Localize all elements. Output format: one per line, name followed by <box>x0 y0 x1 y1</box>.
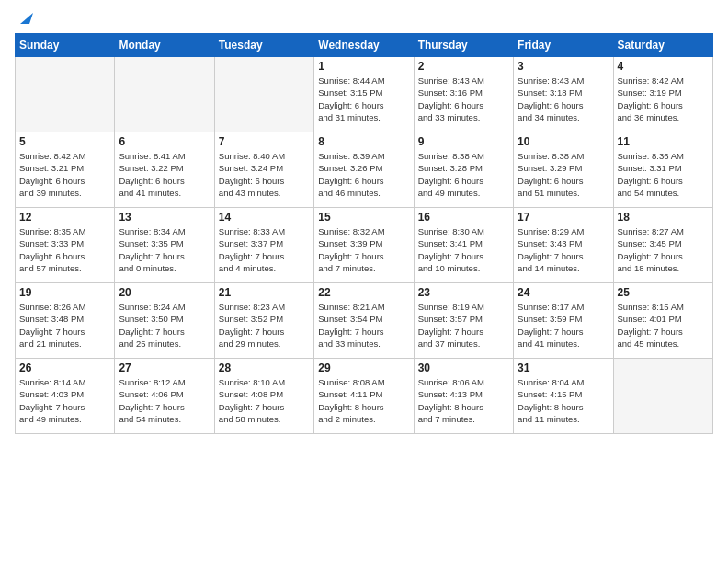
calendar-cell: 3Sunrise: 8:43 AM Sunset: 3:18 PM Daylig… <box>514 57 613 132</box>
calendar-cell: 7Sunrise: 8:40 AM Sunset: 3:24 PM Daylig… <box>214 132 313 208</box>
day-number: 7 <box>219 135 310 148</box>
day-number: 10 <box>518 135 609 148</box>
day-info: Sunrise: 8:24 AM Sunset: 3:50 PM Dayligh… <box>119 301 210 350</box>
calendar-cell: 26Sunrise: 8:14 AM Sunset: 4:03 PM Dayli… <box>16 359 115 434</box>
calendar-cell: 4Sunrise: 8:42 AM Sunset: 3:19 PM Daylig… <box>613 57 712 132</box>
day-info: Sunrise: 8:30 AM Sunset: 3:41 PM Dayligh… <box>418 225 509 274</box>
day-info: Sunrise: 8:39 AM Sunset: 3:26 PM Dayligh… <box>318 150 409 199</box>
day-number: 25 <box>618 286 709 299</box>
calendar-header-row: SundayMondayTuesdayWednesdayThursdayFrid… <box>16 34 713 57</box>
day-number: 4 <box>618 60 709 73</box>
day-info: Sunrise: 8:34 AM Sunset: 3:35 PM Dayligh… <box>119 225 210 274</box>
header <box>15 9 713 26</box>
day-number: 29 <box>318 362 409 374</box>
calendar-cell: 17Sunrise: 8:29 AM Sunset: 3:43 PM Dayli… <box>514 208 613 283</box>
calendar-cell: 29Sunrise: 8:08 AM Sunset: 4:11 PM Dayli… <box>314 359 414 434</box>
calendar-header-thursday: Thursday <box>414 34 513 57</box>
calendar-cell: 11Sunrise: 8:36 AM Sunset: 3:31 PM Dayli… <box>613 132 712 208</box>
calendar-cell: 12Sunrise: 8:35 AM Sunset: 3:33 PM Dayli… <box>16 208 115 283</box>
day-number: 31 <box>518 362 609 374</box>
calendar-cell: 2Sunrise: 8:43 AM Sunset: 3:16 PM Daylig… <box>414 57 513 132</box>
calendar-header-monday: Monday <box>115 34 214 57</box>
calendar-cell <box>613 359 712 434</box>
day-number: 17 <box>518 211 609 224</box>
calendar-cell: 24Sunrise: 8:17 AM Sunset: 3:59 PM Dayli… <box>514 283 613 359</box>
day-number: 28 <box>219 362 310 374</box>
calendar-cell: 5Sunrise: 8:42 AM Sunset: 3:21 PM Daylig… <box>16 132 115 208</box>
logo-icon <box>17 9 33 26</box>
calendar-cell <box>16 57 115 132</box>
calendar-week-row: 1Sunrise: 8:44 AM Sunset: 3:15 PM Daylig… <box>16 57 713 132</box>
day-info: Sunrise: 8:40 AM Sunset: 3:24 PM Dayligh… <box>219 150 310 199</box>
day-number: 14 <box>219 211 310 224</box>
calendar-header-tuesday: Tuesday <box>214 34 313 57</box>
day-number: 21 <box>219 286 310 299</box>
day-info: Sunrise: 8:38 AM Sunset: 3:29 PM Dayligh… <box>518 150 609 199</box>
calendar-cell: 16Sunrise: 8:30 AM Sunset: 3:41 PM Dayli… <box>414 208 513 283</box>
day-info: Sunrise: 8:23 AM Sunset: 3:52 PM Dayligh… <box>219 301 310 350</box>
day-number: 3 <box>518 60 609 73</box>
calendar-cell: 6Sunrise: 8:41 AM Sunset: 3:22 PM Daylig… <box>115 132 214 208</box>
day-number: 19 <box>19 286 110 299</box>
calendar-table: SundayMondayTuesdayWednesdayThursdayFrid… <box>15 33 713 434</box>
day-info: Sunrise: 8:35 AM Sunset: 3:33 PM Dayligh… <box>19 225 110 274</box>
day-info: Sunrise: 8:17 AM Sunset: 3:59 PM Dayligh… <box>518 301 609 350</box>
calendar-cell: 31Sunrise: 8:04 AM Sunset: 4:15 PM Dayli… <box>514 359 613 434</box>
day-info: Sunrise: 8:29 AM Sunset: 3:43 PM Dayligh… <box>518 225 609 274</box>
day-info: Sunrise: 8:10 AM Sunset: 4:08 PM Dayligh… <box>219 376 310 425</box>
day-info: Sunrise: 8:15 AM Sunset: 4:01 PM Dayligh… <box>618 301 709 350</box>
calendar-header-sunday: Sunday <box>16 34 115 57</box>
calendar-week-row: 26Sunrise: 8:14 AM Sunset: 4:03 PM Dayli… <box>16 359 713 434</box>
calendar-cell: 13Sunrise: 8:34 AM Sunset: 3:35 PM Dayli… <box>115 208 214 283</box>
day-number: 11 <box>618 135 709 148</box>
calendar-cell: 10Sunrise: 8:38 AM Sunset: 3:29 PM Dayli… <box>514 132 613 208</box>
day-number: 1 <box>318 60 409 73</box>
calendar-cell: 27Sunrise: 8:12 AM Sunset: 4:06 PM Dayli… <box>115 359 214 434</box>
day-number: 12 <box>19 211 110 224</box>
day-info: Sunrise: 8:14 AM Sunset: 4:03 PM Dayligh… <box>19 376 110 425</box>
calendar-cell: 20Sunrise: 8:24 AM Sunset: 3:50 PM Dayli… <box>115 283 214 359</box>
day-info: Sunrise: 8:33 AM Sunset: 3:37 PM Dayligh… <box>219 225 310 274</box>
day-info: Sunrise: 8:44 AM Sunset: 3:15 PM Dayligh… <box>318 75 409 123</box>
day-info: Sunrise: 8:42 AM Sunset: 3:21 PM Dayligh… <box>19 150 110 199</box>
day-info: Sunrise: 8:43 AM Sunset: 3:18 PM Dayligh… <box>518 75 609 123</box>
day-info: Sunrise: 8:42 AM Sunset: 3:19 PM Dayligh… <box>618 75 709 123</box>
calendar-cell: 25Sunrise: 8:15 AM Sunset: 4:01 PM Dayli… <box>613 283 712 359</box>
calendar-cell: 15Sunrise: 8:32 AM Sunset: 3:39 PM Dayli… <box>314 208 414 283</box>
day-info: Sunrise: 8:19 AM Sunset: 3:57 PM Dayligh… <box>418 301 509 350</box>
calendar-header-saturday: Saturday <box>613 34 712 57</box>
calendar-cell: 23Sunrise: 8:19 AM Sunset: 3:57 PM Dayli… <box>414 283 513 359</box>
page: SundayMondayTuesdayWednesdayThursdayFrid… <box>0 0 728 443</box>
day-info: Sunrise: 8:43 AM Sunset: 3:16 PM Dayligh… <box>418 75 509 123</box>
calendar-cell: 30Sunrise: 8:06 AM Sunset: 4:13 PM Dayli… <box>414 359 513 434</box>
day-number: 26 <box>19 362 110 374</box>
calendar-header-wednesday: Wednesday <box>314 34 414 57</box>
calendar-week-row: 5Sunrise: 8:42 AM Sunset: 3:21 PM Daylig… <box>16 132 713 208</box>
day-info: Sunrise: 8:27 AM Sunset: 3:45 PM Dayligh… <box>618 225 709 274</box>
day-number: 30 <box>418 362 509 374</box>
day-info: Sunrise: 8:32 AM Sunset: 3:39 PM Dayligh… <box>318 225 409 274</box>
day-number: 18 <box>618 211 709 224</box>
calendar-cell: 14Sunrise: 8:33 AM Sunset: 3:37 PM Dayli… <box>214 208 313 283</box>
day-number: 8 <box>318 135 409 148</box>
calendar-cell: 21Sunrise: 8:23 AM Sunset: 3:52 PM Dayli… <box>214 283 313 359</box>
day-number: 16 <box>418 211 509 224</box>
day-number: 23 <box>418 286 509 299</box>
calendar-cell <box>214 57 313 132</box>
day-number: 27 <box>119 362 210 374</box>
calendar-cell: 18Sunrise: 8:27 AM Sunset: 3:45 PM Dayli… <box>613 208 712 283</box>
day-info: Sunrise: 8:26 AM Sunset: 3:48 PM Dayligh… <box>19 301 110 350</box>
day-info: Sunrise: 8:12 AM Sunset: 4:06 PM Dayligh… <box>119 376 210 425</box>
day-number: 2 <box>418 60 509 73</box>
day-info: Sunrise: 8:41 AM Sunset: 3:22 PM Dayligh… <box>119 150 210 199</box>
day-info: Sunrise: 8:21 AM Sunset: 3:54 PM Dayligh… <box>318 301 409 350</box>
svg-marker-0 <box>20 13 33 24</box>
day-number: 22 <box>318 286 409 299</box>
calendar-cell: 9Sunrise: 8:38 AM Sunset: 3:28 PM Daylig… <box>414 132 513 208</box>
day-number: 6 <box>119 135 210 148</box>
day-info: Sunrise: 8:04 AM Sunset: 4:15 PM Dayligh… <box>518 376 609 425</box>
day-info: Sunrise: 8:08 AM Sunset: 4:11 PM Dayligh… <box>318 376 409 425</box>
day-info: Sunrise: 8:06 AM Sunset: 4:13 PM Dayligh… <box>418 376 509 425</box>
calendar-cell <box>115 57 214 132</box>
day-info: Sunrise: 8:38 AM Sunset: 3:28 PM Dayligh… <box>418 150 509 199</box>
